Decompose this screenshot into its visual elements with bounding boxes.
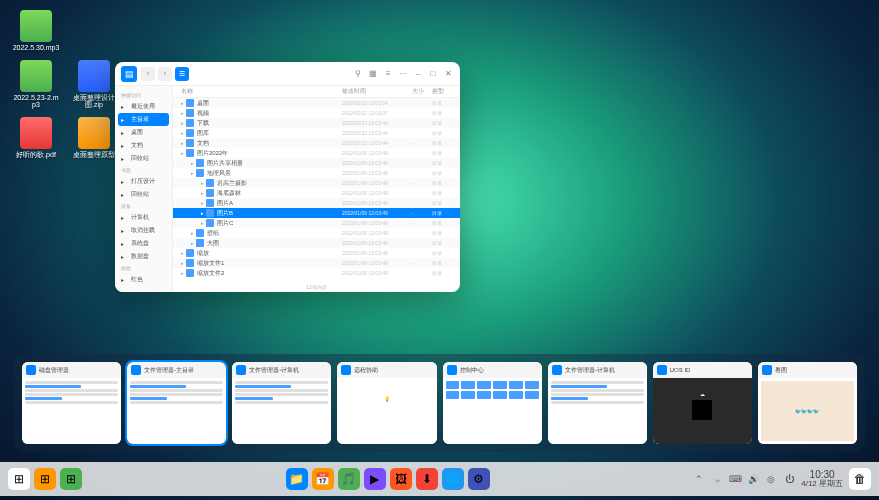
file-row[interactable]: ▸地理风景2022/01/09 12:03:49-目录 <box>173 168 460 178</box>
file-row[interactable]: ▸图片C2022/01/09 12:03:49-目录 <box>173 218 460 228</box>
sidebar-item[interactable]: ▸回收站 <box>115 188 172 201</box>
file-name: 下载 <box>197 119 209 128</box>
file-row[interactable]: ▸图片共享相册2022/01/09 12:03:49-目录 <box>173 158 460 168</box>
keyboard-icon[interactable]: ⌨ <box>729 473 741 485</box>
task-thumbnail[interactable]: UOS ID☁ <box>653 362 752 444</box>
task-thumbnail[interactable]: 控制中心 <box>443 362 542 444</box>
back-button[interactable]: ‹ <box>141 67 155 81</box>
sidebar-item[interactable]: ▸桌面 <box>115 126 172 139</box>
file-row[interactable]: ▸海底森林2022/01/09 12:03:49-目录 <box>173 188 460 198</box>
file-size: - <box>412 100 432 106</box>
file-row[interactable]: ▸下载2022/02/22 12:03:44-目录 <box>173 118 460 128</box>
file-name: 图片A <box>217 199 233 208</box>
view-toggle[interactable]: ☰ <box>175 67 189 81</box>
file-row[interactable]: ▸缩放文件22022/01/09 12:03:49-目录 <box>173 268 460 278</box>
task-thumbnail[interactable]: 文件管理器-计算机 <box>548 362 647 444</box>
maximize-icon[interactable]: □ <box>427 68 439 80</box>
file-icon <box>20 10 52 42</box>
sidebar-item[interactable]: ▸打压设计 <box>115 175 172 188</box>
task-header: 控制中心 <box>443 362 542 378</box>
task-thumbnail[interactable]: 文件管理器-主目录 <box>127 362 226 444</box>
file-name: 海底森林 <box>217 189 241 198</box>
volume-icon[interactable]: 🔊 <box>747 473 759 485</box>
file-row[interactable]: ▸视频2022/02/22 12:03:07-目录 <box>173 108 460 118</box>
menu-icon[interactable]: ⋯ <box>397 68 409 80</box>
sidebar-item[interactable]: ▸数据盘 <box>115 250 172 263</box>
desktop-icon[interactable]: 桌面整理设计图.zip <box>70 60 118 109</box>
launcher-icon[interactable]: ⊞ <box>60 468 82 490</box>
sidebar-item[interactable]: ▸取消挂载 <box>115 224 172 237</box>
file-row[interactable]: ▸文档2022/02/22 12:03:44-目录 <box>173 138 460 148</box>
task-title: 控制中心 <box>460 366 484 375</box>
file-row[interactable]: ▸岩高兰摄影2022/01/09 12:03:49-目录 <box>173 178 460 188</box>
close-icon[interactable]: ✕ <box>442 68 454 80</box>
dock-app-icon[interactable]: ▶ <box>364 468 386 490</box>
file-row[interactable]: ▸壁纸2022/01/09 12:03:49-目录 <box>173 228 460 238</box>
file-row[interactable]: ▸缩放文件12022/01/09 12:03:49-目录 <box>173 258 460 268</box>
task-thumbnail[interactable]: 远程协助💡 <box>337 362 436 444</box>
dock-app-icon[interactable]: ⬇ <box>416 468 438 490</box>
col-date[interactable]: 修改时间 <box>342 88 412 95</box>
trash-icon[interactable]: 🗑 <box>849 468 871 490</box>
status-bar: 12项内容 <box>173 282 460 292</box>
task-thumbnail[interactable]: 文件管理器-计算机 <box>232 362 331 444</box>
task-preview <box>443 378 542 444</box>
file-name: 壁纸 <box>207 229 219 238</box>
dock-app-icon[interactable]: 🎵 <box>338 468 360 490</box>
clock[interactable]: 10:30 4/12 星期五 <box>801 470 843 488</box>
sidebar-item[interactable]: ▸系统盘 <box>115 237 172 250</box>
file-icon <box>78 117 110 149</box>
dock-app-icon[interactable]: ⚙ <box>468 468 490 490</box>
file-size: - <box>412 200 432 206</box>
file-size: - <box>412 190 432 196</box>
dock-app-icon[interactable]: 🌐 <box>442 468 464 490</box>
notification-icon[interactable]: ◎ <box>765 473 777 485</box>
file-row[interactable]: ▸图片B2022/01/09 12:03:49-目录 <box>173 208 460 218</box>
file-row[interactable]: ▸图片A2022/01/09 12:03:49-目录 <box>173 198 460 208</box>
view-grid-icon[interactable]: ▦ <box>367 68 379 80</box>
folder-icon <box>186 259 194 267</box>
dock-app-icon[interactable]: 📁 <box>286 468 308 490</box>
file-row[interactable]: ▸图片2022年2022/01/09 12:03:49-目录 <box>173 148 460 158</box>
desktop-icon[interactable]: 2022.5.23-2.mp3 <box>12 60 60 109</box>
app-icon <box>26 365 36 375</box>
sidebar-item[interactable]: ▸回收站 <box>115 152 172 165</box>
file-type: 目录 <box>432 110 452 116</box>
sidebar-item[interactable]: ▸文档 <box>115 139 172 152</box>
launcher-icon[interactable]: ⊞ <box>8 468 30 490</box>
sidebar-item[interactable]: ▸主目录 <box>118 113 169 126</box>
folder-icon <box>196 229 204 237</box>
col-type[interactable]: 类型 <box>432 88 452 95</box>
desktop-icon[interactable]: 桌面整理原型 <box>70 117 118 159</box>
col-size[interactable]: 大小 <box>412 88 432 95</box>
task-thumbnail[interactable]: 看图🐦🐦🐦🐦 <box>758 362 857 444</box>
file-row[interactable]: ▸缩放2022/01/09 12:03:49-目录 <box>173 248 460 258</box>
file-name: 桌面 <box>197 99 209 108</box>
sidebar-label: 文档 <box>131 141 143 150</box>
launcher-icon[interactable]: ⊞ <box>34 468 56 490</box>
search-icon[interactable]: ⚲ <box>352 68 364 80</box>
file-type: 目录 <box>432 190 452 196</box>
tray-up-icon[interactable]: ⌃ <box>693 473 705 485</box>
view-list-icon[interactable]: ≡ <box>382 68 394 80</box>
file-size: - <box>412 160 432 166</box>
file-type: 目录 <box>432 200 452 206</box>
sidebar-item[interactable]: ▸红色 <box>115 273 172 286</box>
sidebar-item[interactable]: ▸计算机 <box>115 211 172 224</box>
sidebar-label: 打压设计 <box>131 177 155 186</box>
desktop-icon[interactable]: 2022.5.30.mp3 <box>12 10 60 52</box>
file-row[interactable]: ▸大图2022/01/09 12:03:49-目录 <box>173 238 460 248</box>
task-thumbnail[interactable]: 磁盘管理器 <box>22 362 121 444</box>
minimize-icon[interactable]: – <box>412 68 424 80</box>
power-icon[interactable]: ⏻ <box>783 473 795 485</box>
forward-button[interactable]: › <box>158 67 172 81</box>
sidebar-section: 标签 <box>115 263 172 273</box>
file-row[interactable]: ▸图库2022/02/22 12:03:44-目录 <box>173 128 460 138</box>
dock-app-icon[interactable]: 🖼 <box>390 468 412 490</box>
file-row[interactable]: ▸桌面2022/02/22 12:03:04-目录 <box>173 98 460 108</box>
sidebar-item[interactable]: ▸最近使用 <box>115 100 172 113</box>
dock-app-icon[interactable]: 📅 <box>312 468 334 490</box>
desktop-icon[interactable]: 好听的歌.pdf <box>12 117 60 159</box>
wifi-icon[interactable]: ⌵ <box>711 473 723 485</box>
col-name[interactable]: 名称 <box>181 88 342 95</box>
